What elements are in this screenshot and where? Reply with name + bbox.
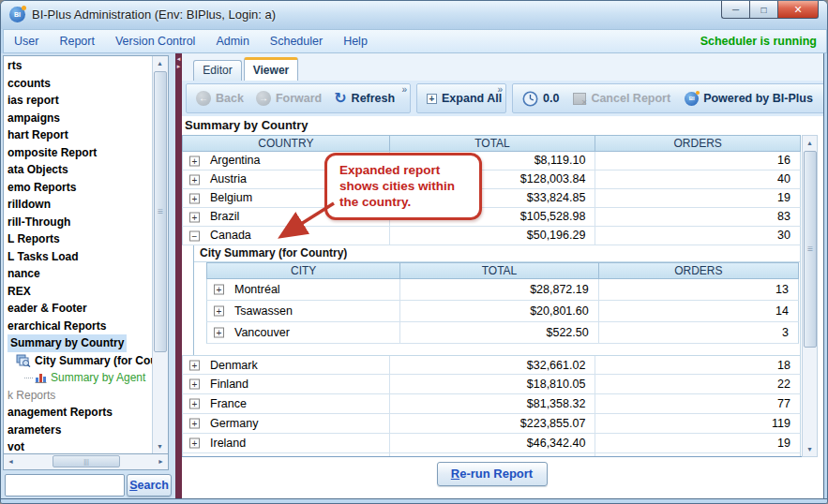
tree-item[interactable]: ccounts	[4, 75, 152, 93]
collapse-row-icon[interactable]	[189, 230, 200, 241]
tab-editor[interactable]: Editor	[193, 60, 242, 81]
search-button[interactable]: Search	[127, 474, 172, 497]
tree-item[interactable]: k Reports	[4, 387, 152, 405]
menu-scheduler[interactable]: Scheduler	[260, 35, 333, 48]
bi-plus-logo-icon: BI	[685, 92, 699, 106]
subreport-header: CITY TOTAL ORDERS	[206, 262, 799, 279]
app-logo-icon: BI	[9, 7, 25, 22]
subreport-row: Tsawassen $20,801.60 14	[206, 301, 799, 322]
report-vertical-scrollbar[interactable]: ▲ ☰ ▼	[802, 135, 818, 457]
close-button[interactable]: ✕	[777, 1, 819, 19]
clock-icon	[522, 91, 538, 107]
expand-all-button[interactable]: + Expand All	[427, 92, 502, 105]
forward-button[interactable]: → Forward	[256, 91, 322, 106]
expand-row-icon[interactable]	[214, 328, 224, 338]
column-header-orders[interactable]: ORDERS	[598, 263, 798, 278]
tree-item[interactable]: REX	[4, 283, 152, 301]
tree-item-city-summary[interactable]: City Summary (for Coun	[4, 352, 152, 370]
subreport-city-summary: City Summary (for Country) CITY TOTAL OR…	[193, 245, 801, 355]
report-tree: rts ccounts ias report ampaigns hart Rep…	[3, 55, 169, 454]
scroll-down-icon[interactable]: ▼	[157, 443, 163, 450]
table-row: Ireland $46,342.40 19	[182, 434, 801, 453]
tree-item[interactable]: ias report	[4, 92, 152, 110]
tree-item[interactable]: arameters	[4, 422, 152, 439]
tree-horizontal-scrollbar[interactable]: ◄ ||| ►	[3, 454, 169, 470]
expand-row-icon[interactable]	[189, 379, 200, 390]
menu-help[interactable]: Help	[333, 35, 378, 48]
tree-item[interactable]: nance	[4, 265, 152, 283]
tree-item[interactable]: ata Objects	[4, 161, 152, 179]
table-header: COUNTRY TOTAL ORDERS	[182, 135, 801, 152]
expand-row-icon[interactable]	[189, 212, 200, 222]
refresh-icon: ↻	[334, 92, 346, 105]
table-row: Argentina $8,119.10 16	[182, 152, 801, 170]
expand-row-icon[interactable]	[189, 174, 200, 185]
overflow-icon[interactable]	[497, 84, 503, 95]
cancel-report-icon	[573, 93, 586, 105]
scroll-left-icon[interactable]: ◄	[8, 458, 14, 465]
expand-row-icon[interactable]	[214, 285, 224, 295]
callout-arrow-icon	[268, 198, 339, 246]
tree-item[interactable]: hart Report	[4, 126, 152, 144]
tree-item[interactable]: rilldown	[4, 196, 152, 214]
tree-item-summary-by-agent[interactable]: Summary by Agent	[4, 369, 152, 387]
menu-admin[interactable]: Admin	[205, 35, 259, 48]
scroll-up-icon[interactable]: ▲	[157, 60, 163, 67]
column-header-total[interactable]: TOTAL	[389, 136, 595, 151]
refresh-button[interactable]: ↻ Refresh	[334, 92, 395, 105]
bar-chart-icon	[35, 372, 47, 383]
forward-icon: →	[256, 91, 271, 106]
tree-item[interactable]: omposite Report	[4, 144, 152, 162]
maximize-icon: □	[760, 5, 766, 15]
tree-item[interactable]: eader & Footer	[4, 300, 152, 318]
tree-item[interactable]: vot	[4, 438, 152, 454]
scroll-down-icon[interactable]: ▼	[806, 446, 813, 452]
application-window: BI BI-Plus Administration (Env: BIPlus, …	[0, 0, 828, 504]
panel-splitter[interactable]: ◄►	[175, 53, 182, 498]
back-button[interactable]: ← Back	[196, 91, 244, 106]
tree-item[interactable]: anagement Reports	[4, 404, 152, 422]
minimize-button[interactable]: ─	[721, 1, 749, 19]
menu-version-control[interactable]: Version Control	[105, 35, 205, 48]
menu-report[interactable]: Report	[49, 35, 105, 48]
search-input[interactable]	[5, 474, 125, 497]
tree-item[interactable]: rill-Through	[4, 214, 152, 231]
table-row: Finland $18,810.05 22	[182, 375, 801, 394]
title-bar: BI BI-Plus Administration (Env: BIPlus, …	[1, 1, 827, 29]
column-header-total[interactable]: TOTAL	[399, 263, 597, 278]
tree-item-summary-by-country[interactable]: Summary by Country	[4, 334, 152, 352]
report-search-icon	[16, 354, 31, 367]
expand-row-icon[interactable]	[189, 156, 200, 166]
expand-row-icon[interactable]	[189, 360, 200, 370]
status-toolbar-group: 0.0 Cancel Report BI Powered by BI-Plus	[512, 83, 828, 113]
tab-viewer[interactable]: Viewer	[244, 57, 298, 81]
column-header-orders[interactable]: ORDERS	[595, 136, 800, 151]
tree-item[interactable]: emo Reports	[4, 179, 152, 197]
scroll-right-icon[interactable]: ►	[158, 458, 164, 465]
expand-row-icon[interactable]	[189, 193, 200, 203]
expand-row-icon[interactable]	[189, 419, 200, 429]
tree-item[interactable]: L Tasks Load	[4, 248, 152, 266]
rerun-report-button[interactable]: Re-run Report	[437, 462, 548, 486]
overflow-icon[interactable]	[401, 84, 407, 95]
scroll-up-icon[interactable]: ▲	[806, 140, 813, 146]
splitter-collapse-icon[interactable]: ◄►	[175, 55, 182, 70]
expand-row-icon[interactable]	[189, 399, 200, 409]
tree-item[interactable]: ampaigns	[4, 110, 152, 127]
table-row-clipped: Italy $15,770.15 28	[182, 453, 801, 457]
tree-item[interactable]: rts	[4, 57, 152, 75]
expand-row-icon[interactable]	[214, 306, 224, 317]
menu-bar: User Report Version Control Admin Schedu…	[3, 29, 827, 53]
tree-item[interactable]: erarchical Reports	[4, 318, 152, 335]
window-frame	[823, 53, 828, 498]
menu-user[interactable]: User	[4, 35, 49, 48]
maximize-button[interactable]: □	[749, 1, 777, 19]
cancel-report-button[interactable]: Cancel Report	[573, 92, 670, 105]
column-header-country[interactable]: COUNTRY	[183, 136, 389, 151]
tree-vertical-scrollbar[interactable]: ▲ ☰ ▼	[152, 56, 168, 453]
expand-row-icon[interactable]	[189, 438, 200, 449]
scheduler-status: Scheduler is running	[700, 35, 826, 48]
column-header-city[interactable]: CITY	[207, 263, 399, 278]
tree-item[interactable]: L Reports	[4, 230, 152, 248]
table-row: Austria $128,003.84 40	[182, 170, 801, 189]
